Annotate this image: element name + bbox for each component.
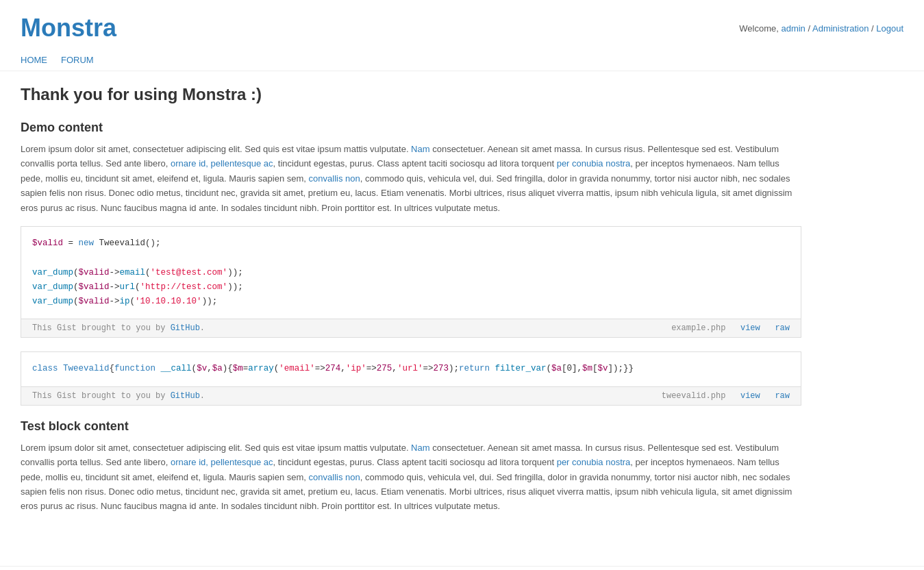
code-footer-1: This Gist brought to you by GitHub. exam… xyxy=(21,319,801,337)
view-link-1[interactable]: view xyxy=(740,323,760,333)
github-link-2[interactable]: GitHub xyxy=(171,391,200,401)
github-link-1[interactable]: GitHub xyxy=(171,323,200,333)
code-line-3: var_dump($valid->url('http://test.com'))… xyxy=(32,280,790,295)
filename-1: example.php xyxy=(671,323,725,333)
code-line-class: class Tweevalid{function __call($v,$a){$… xyxy=(32,362,790,376)
nav-forum[interactable]: FORUM xyxy=(61,55,94,65)
welcome-text: Welcome, xyxy=(739,23,779,34)
filename-2: tweevalid.php xyxy=(662,391,726,401)
code-line-4: var_dump($valid->ip('10.10.10.10')); xyxy=(32,295,790,309)
code-block-2: class Tweevalid{function __call($v,$a){$… xyxy=(21,351,801,405)
code-line-1: $valid = new Tweevalid(); xyxy=(32,236,790,251)
code-line-2: var_dump($valid->email('test@test.com'))… xyxy=(32,266,790,280)
file-info-2: tweevalid.php view raw xyxy=(662,391,790,401)
test-body-text: Lorem ipsum dolor sit amet, consectetuer… xyxy=(21,441,801,514)
raw-link-2[interactable]: raw xyxy=(775,391,790,401)
link-convallis[interactable]: convallis non xyxy=(309,173,360,184)
link-ornare[interactable]: ornare id, pellentesque ac xyxy=(171,158,273,169)
gist-text-2: This Gist brought to you by GitHub. xyxy=(32,391,205,401)
page-footer: Sitemap Powered by Monstra 1.3.1 xyxy=(0,566,924,570)
code-area-1: $valid = new Tweevalid(); var_dump($vali… xyxy=(21,227,801,319)
code-block-1: $valid = new Tweevalid(); var_dump($vali… xyxy=(21,226,801,338)
link-per-conubia[interactable]: per conubia nostra xyxy=(557,158,631,169)
gist-text-1: This Gist brought to you by GitHub. xyxy=(32,323,205,333)
demo-body-text: Lorem ipsum dolor sit amet, consectetuer… xyxy=(21,142,801,215)
link-ornare-2[interactable]: ornare id, pellentesque ac xyxy=(171,457,273,467)
header: Monstra Welcome, admin / Administration … xyxy=(0,0,924,49)
link-per-conubia-2[interactable]: per conubia nostra xyxy=(557,457,631,467)
nav-home[interactable]: HOME xyxy=(21,55,47,65)
link-nam[interactable]: Nam xyxy=(411,144,429,154)
logout-link[interactable]: Logout xyxy=(876,23,903,34)
file-info-1: example.php view raw xyxy=(671,323,790,333)
site-logo[interactable]: Monstra xyxy=(21,14,116,42)
administration-link[interactable]: Administration xyxy=(812,23,869,34)
main-content: Thank you for using Monstra :) Demo cont… xyxy=(0,71,822,552)
view-link-2[interactable]: view xyxy=(740,391,760,401)
code-line-blank xyxy=(32,251,790,265)
section-title-test: Test block content xyxy=(21,419,801,434)
code-footer-2: This Gist brought to you by GitHub. twee… xyxy=(21,386,801,405)
section-title-demo: Demo content xyxy=(21,121,801,135)
main-nav: HOME FORUM xyxy=(0,49,924,71)
page-title: Thank you for using Monstra :) xyxy=(21,85,801,104)
admin-link[interactable]: admin xyxy=(781,23,805,34)
code-area-2: class Tweevalid{function __call($v,$a){$… xyxy=(21,352,801,386)
link-convallis-2[interactable]: convallis non xyxy=(309,472,360,482)
raw-link-1[interactable]: raw xyxy=(775,323,790,333)
link-nam-2[interactable]: Nam xyxy=(411,443,429,453)
header-user-info: Welcome, admin / Administration / Logout xyxy=(739,23,903,34)
